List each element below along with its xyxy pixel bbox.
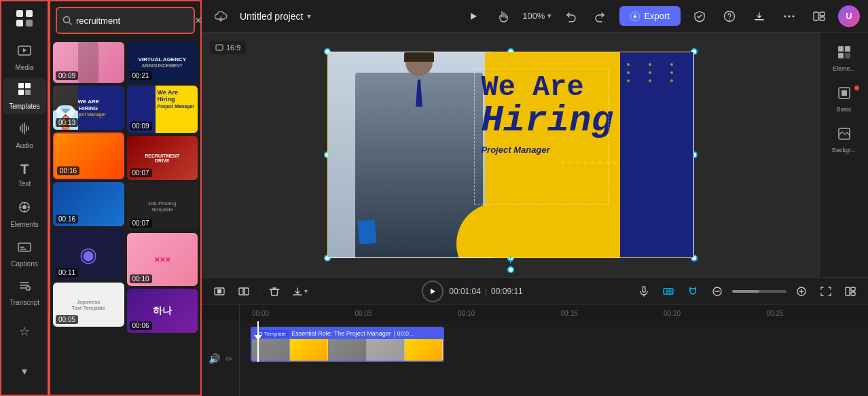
media-icon: [17, 43, 32, 61]
svg-point-17: [729, 18, 730, 20]
sidebar-item-text[interactable]: T Text: [3, 156, 46, 193]
download-button[interactable]: [748, 5, 770, 27]
svg-rect-31: [842, 90, 847, 96]
export-button[interactable]: Export: [619, 6, 681, 26]
captions-label: Captions: [11, 260, 37, 268]
timeline-clip[interactable]: D Template Essential Role: The Project M…: [251, 327, 444, 362]
clip-label-bar: D Template Essential Role: The Project M…: [252, 328, 443, 339]
shield-button[interactable]: [689, 5, 710, 27]
sidebar-item-audio[interactable]: Audio: [3, 117, 46, 154]
more-options-button[interactable]: [778, 5, 800, 27]
sidebar-item-elements[interactable]: Elements: [3, 196, 46, 232]
layout-button[interactable]: [808, 5, 830, 27]
edit-icon[interactable]: ✏: [225, 354, 233, 364]
fit-to-window-button[interactable]: [816, 282, 835, 301]
search-icon: [62, 16, 72, 25]
project-title[interactable]: Untitled project ▾: [240, 11, 311, 22]
right-panel: Eleme... Basic: [819, 33, 868, 277]
template-item[interactable]: WE AREHIRING Project Manager 👔 00:13: [53, 86, 124, 130]
search-input[interactable]: [76, 16, 190, 26]
template-item[interactable]: Job PostingTemplate 00:07: [127, 183, 198, 230]
text-icon: T: [20, 162, 29, 177]
template-item[interactable]: RECRUITMENTDRIVE 00:07: [127, 136, 198, 180]
canvas-subtext: Project Manager: [481, 145, 613, 155]
zoom-control[interactable]: 100% ▾: [522, 11, 551, 21]
template-item[interactable]: VIRTUAL AGENCYANNOUNCEMENT 00:21: [127, 42, 198, 83]
screen-record-button[interactable]: [210, 282, 229, 301]
right-panel-elements[interactable]: Eleme...: [824, 41, 865, 76]
template-duration: 00:05: [56, 315, 78, 324]
ruler-spacer: [202, 305, 239, 321]
sidebar-item-templates[interactable]: Templates: [3, 77, 46, 114]
background-panel-icon: [837, 127, 851, 144]
export-icon: [630, 12, 640, 21]
sidebar-item-transcript[interactable]: Transcript: [3, 274, 46, 311]
canvas-area: 16:9: [202, 33, 819, 277]
template-duration: 00:21: [130, 71, 152, 80]
svg-rect-37: [643, 287, 645, 292]
timeline-zoom-slider[interactable]: [732, 290, 786, 293]
app-logo[interactable]: [12, 7, 37, 31]
clip-segment: [328, 339, 366, 362]
cloud-save-button[interactable]: [210, 5, 232, 27]
template-item[interactable]: 00:16: [53, 132, 124, 179]
undo-button[interactable]: [560, 5, 581, 27]
template-duration: 00:09: [56, 71, 78, 80]
svg-rect-1: [26, 10, 33, 17]
template-item[interactable]: 하나 00:06: [127, 289, 198, 333]
magnetic-button[interactable]: [683, 282, 702, 301]
template-item[interactable]: 00:16: [53, 182, 124, 226]
timeline-zoom-out[interactable]: [708, 282, 727, 301]
right-panel-background[interactable]: Backgr...: [824, 122, 865, 158]
help-button[interactable]: [719, 5, 740, 27]
waveform-button[interactable]: [659, 282, 678, 301]
svg-rect-36: [245, 288, 249, 295]
svg-rect-43: [851, 292, 855, 295]
ruler-marks: 00:00 00:05 00:10 00:15 00:20 00:25: [251, 310, 868, 317]
transcript-icon: [17, 278, 32, 296]
svg-point-20: [789, 15, 791, 17]
playhead: [257, 321, 259, 362]
sidebar-item-favorites[interactable]: ☆: [3, 313, 46, 350]
canvas-headline2: Hiring: [481, 103, 613, 139]
template-item[interactable]: JapaneseText Template 00:05: [53, 283, 124, 327]
svg-point-21: [793, 15, 795, 17]
user-avatar[interactable]: U: [838, 5, 860, 27]
template-item[interactable]: ◉ 00:11: [53, 229, 124, 280]
delete-button[interactable]: [265, 282, 284, 301]
clip-segment: [405, 339, 443, 362]
timeline-play-button[interactable]: [422, 281, 444, 302]
templates-col-right: VIRTUAL AGENCYANNOUNCEMENT 00:21 We AreH…: [127, 42, 198, 392]
svg-rect-34: [217, 289, 221, 293]
sidebar-item-captions[interactable]: Captions: [3, 235, 46, 272]
sidebar-item-media[interactable]: Media: [3, 39, 46, 75]
right-panel-basic[interactable]: Basic: [824, 82, 865, 117]
video-track: D Template Essential Role: The Project M…: [251, 327, 868, 362]
sidebar-item-more[interactable]: ▾: [3, 353, 46, 389]
redo-button[interactable]: [590, 5, 611, 27]
template-item[interactable]: 00:09: [53, 42, 124, 83]
play-icon-button[interactable]: [463, 5, 484, 27]
rotate-handle[interactable]: [507, 255, 514, 273]
elements-panel-label: Eleme...: [833, 65, 855, 72]
canvas-dots: [561, 161, 617, 164]
svg-rect-42: [851, 287, 855, 291]
svg-rect-35: [239, 288, 243, 295]
clip-title: Essential Role: The Project Manager: [291, 330, 391, 337]
search-bar: ✕: [56, 7, 195, 34]
template-item[interactable]: We AreHiringProject Manager 00:09: [127, 86, 198, 133]
export-download-button[interactable]: ▾: [289, 282, 310, 301]
pan-tool-button[interactable]: [492, 5, 514, 27]
aspect-ratio-badge[interactable]: 16:9: [210, 41, 246, 54]
templates-icon: [17, 82, 32, 100]
svg-point-19: [784, 15, 786, 17]
canvas-headline1: We Are: [481, 73, 613, 103]
split-button[interactable]: [234, 282, 253, 301]
template-item[interactable]: ✕✕✕ 00:10: [127, 233, 198, 286]
microphone-button[interactable]: [634, 282, 653, 301]
template-duration: 00:09: [130, 122, 152, 130]
layout-split-button[interactable]: [841, 282, 860, 301]
volume-icon[interactable]: 🔊: [209, 353, 220, 364]
timeline-content: 🔊 ✏ 00:00 00:05 00:10 00:15 00:20 00:25: [202, 305, 868, 396]
timeline-zoom-in[interactable]: [792, 282, 811, 301]
